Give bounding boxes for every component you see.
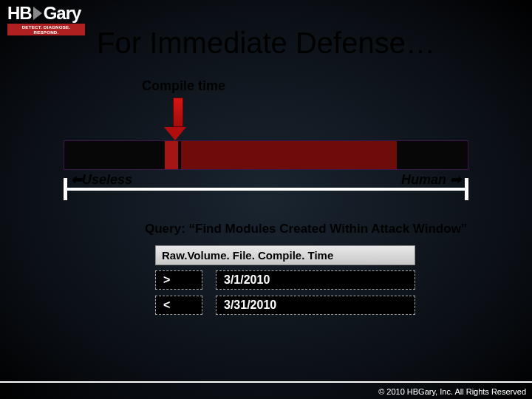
footer-divider — [0, 381, 532, 383]
axis-tick-left — [64, 178, 67, 200]
query-field-header: Raw.Volume. File. Compile. Time — [155, 245, 415, 265]
axis-label-left: ⬅Useless — [71, 171, 132, 188]
arrow-down-icon — [170, 98, 186, 140]
query-operator: < — [155, 296, 202, 315]
compile-time-label: Compile time — [142, 78, 225, 94]
play-icon — [33, 7, 42, 20]
compile-time-marker — [165, 141, 178, 169]
logo-gary: Gary — [44, 3, 81, 23]
timeline-axis — [64, 188, 468, 191]
axis-tick-right — [465, 178, 468, 200]
query-label: Query: “Find Modules Created Within Atta… — [145, 222, 467, 236]
copyright-text: © 2010 HBGary, Inc. All Rights Reserved — [378, 387, 526, 396]
timeline-bar — [64, 140, 468, 170]
query-row: < 3/31/2010 — [155, 296, 415, 315]
attack-window-region — [181, 141, 397, 169]
query-value: 3/1/2010 — [216, 270, 415, 290]
page-title: For Immediate Defense… — [0, 27, 532, 60]
query-operator: > — [155, 270, 202, 290]
logo-main: HBGary — [7, 4, 103, 22]
query-row: > 3/1/2010 — [155, 270, 415, 290]
logo-hb: HB — [7, 3, 32, 23]
axis-line — [64, 188, 468, 191]
query-value: 3/31/2010 — [216, 296, 415, 315]
axis-label-right: Human ➡ — [401, 171, 461, 188]
